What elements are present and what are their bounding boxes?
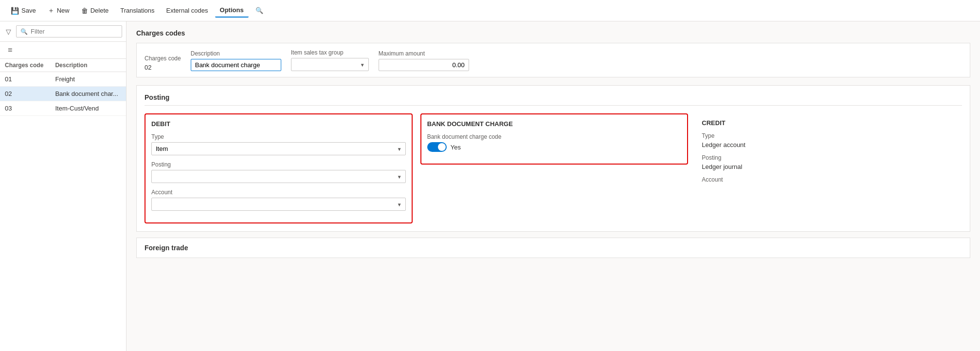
debit-account-select-wrap: ▼ (151, 198, 406, 211)
posting-title: Posting (145, 93, 962, 106)
debit-type-select[interactable]: Item Ledger account (151, 142, 406, 155)
delete-button[interactable]: 🗑 Delete (76, 4, 114, 18)
new-button[interactable]: ＋ New (43, 3, 74, 18)
filter-input[interactable] (31, 28, 118, 35)
debit-box: DEBIT Type Item Ledger account ▼ Posting (145, 113, 413, 223)
row-description: Item-Cust/Vend (50, 101, 126, 116)
posting-section: Posting DEBIT Type Item Ledger account ▼ (136, 85, 970, 232)
row-code: 02 (0, 87, 50, 101)
credit-account-field: Account (702, 176, 956, 183)
debit-header: DEBIT (151, 120, 406, 128)
debit-posting-field: Posting ▼ (151, 161, 406, 183)
foreign-trade-section: Foreign trade (136, 238, 970, 258)
col-description-header: Description (50, 59, 126, 72)
debit-posting-select[interactable] (151, 170, 406, 183)
debit-posting-select-wrap: ▼ (151, 170, 406, 183)
bank-doc-toggle[interactable] (427, 142, 447, 152)
credit-account-label: Account (702, 176, 956, 183)
item-sales-tax-label: Item sales tax group (291, 49, 369, 56)
debit-type-select-wrap: Item Ledger account ▼ (151, 142, 406, 155)
filter-input-wrap: 🔍 (16, 25, 122, 37)
translations-label: Translations (120, 7, 154, 14)
new-icon: ＋ (48, 6, 54, 15)
bank-doc-code-field: Bank document charge code Yes (427, 133, 682, 152)
list-item[interactable]: 03 Item-Cust/Vend (0, 101, 126, 116)
row-description: Bank document char... (50, 87, 126, 101)
credit-box: CREDIT Type Ledger account Posting Ledge… (696, 113, 962, 195)
bank-doc-toggle-wrap: Yes (427, 142, 682, 152)
options-label: Options (220, 6, 244, 14)
item-sales-tax-select-wrap: ▼ (291, 58, 369, 71)
debit-type-field: Type Item Ledger account ▼ (151, 133, 406, 155)
external-codes-button[interactable]: External codes (162, 4, 213, 17)
description-input[interactable] (191, 59, 281, 71)
search-icon: 🔍 (255, 7, 263, 14)
options-button[interactable]: Options (215, 3, 249, 18)
left-panel: ▽ 🔍 ≡ Charges code Description 01 (0, 21, 127, 351)
delete-label: Delete (91, 7, 109, 14)
credit-type-field: Type Ledger account (702, 132, 956, 148)
credit-posting-field: Posting Ledger journal (702, 154, 956, 170)
description-label: Description (191, 50, 281, 57)
bank-doc-toggle-label: Yes (451, 144, 461, 151)
main-layout: ▽ 🔍 ≡ Charges code Description 01 (0, 21, 980, 351)
maximum-amount-input[interactable] (379, 59, 469, 71)
col-charges-code-header: Charges code (0, 59, 50, 72)
credit-posting-value: Ledger journal (702, 163, 956, 170)
save-button[interactable]: 💾 Save (6, 4, 41, 18)
delete-icon: 🗑 (81, 7, 88, 15)
list-item[interactable]: 02 Bank document char... (0, 87, 126, 101)
bank-doc-code-label: Bank document charge code (427, 133, 682, 140)
debit-account-field: Account ▼ (151, 189, 406, 211)
lines-icon: ≡ (8, 46, 12, 54)
credit-posting-label: Posting (702, 154, 956, 161)
external-codes-label: External codes (166, 7, 208, 14)
description-field: Description (191, 50, 281, 71)
foreign-trade-title: Foreign trade (145, 244, 962, 252)
charges-code-field: Charges code 02 (145, 55, 181, 71)
item-sales-tax-field: Item sales tax group ▼ (291, 49, 369, 71)
list-item[interactable]: 01 Freight (0, 72, 126, 87)
filter-icon: ▽ (6, 28, 11, 36)
maximum-amount-label: Maximum amount (379, 50, 469, 57)
right-panel: Charges codes Charges code 02 Descriptio… (127, 21, 980, 351)
credit-header: CREDIT (702, 119, 956, 127)
item-sales-tax-select[interactable] (291, 58, 369, 71)
debit-posting-label: Posting (151, 161, 406, 168)
form-header: Charges code 02 Description Item sales t… (136, 43, 970, 77)
charges-code-value: 02 (145, 64, 181, 71)
lines-icon-button[interactable]: ≡ (4, 44, 16, 56)
row-description: Freight (50, 72, 126, 87)
debit-account-label: Account (151, 189, 406, 196)
credit-type-label: Type (702, 132, 956, 139)
toolbar: 💾 Save ＋ New 🗑 Delete Translations Exter… (0, 0, 980, 21)
credit-type-value: Ledger account (702, 141, 956, 148)
charges-code-label: Charges code (145, 55, 181, 62)
search-icon-small: 🔍 (20, 28, 28, 35)
save-icon: 💾 (11, 7, 19, 15)
maximum-amount-field: Maximum amount (379, 50, 469, 71)
row-code: 03 (0, 101, 50, 116)
debit-account-select[interactable] (151, 198, 406, 211)
list-table: Charges code Description 01 Freight 02 B… (0, 59, 126, 116)
toggle-slider (427, 142, 447, 152)
new-label: New (57, 7, 70, 14)
search-button[interactable]: 🔍 (251, 4, 268, 17)
bank-doc-header: BANK DOCUMENT CHARGE (427, 120, 682, 128)
row-code: 01 (0, 72, 50, 87)
debit-type-label: Type (151, 133, 406, 140)
save-label: Save (21, 7, 36, 14)
bank-doc-box: BANK DOCUMENT CHARGE Bank document charg… (420, 113, 689, 165)
filter-icon-button[interactable]: ▽ (4, 26, 13, 37)
filter-bar: ▽ 🔍 (0, 21, 126, 42)
section-title: Charges codes (136, 29, 970, 37)
translations-button[interactable]: Translations (115, 4, 159, 17)
